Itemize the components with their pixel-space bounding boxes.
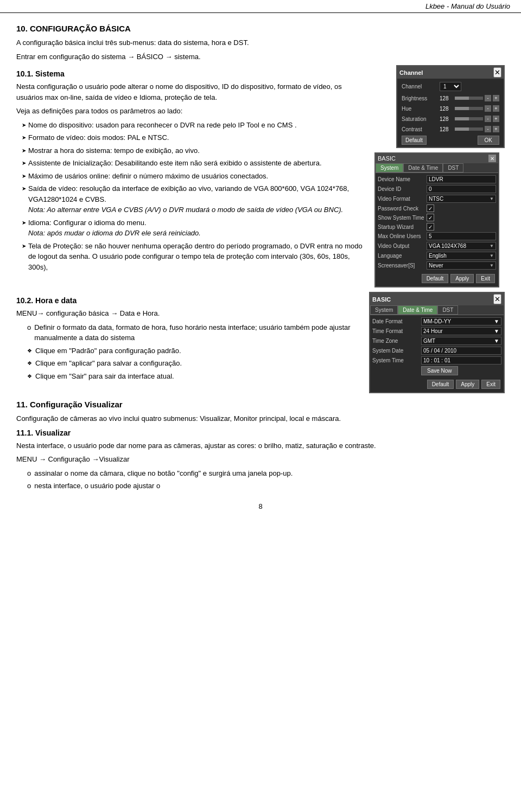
password-check-checkbox[interactable]: ✓: [427, 204, 434, 212]
contrast-plus[interactable]: +: [493, 126, 499, 132]
video-format-row: Video Format NTSC▼: [378, 195, 496, 203]
password-check-row: Password Check ✓: [378, 204, 496, 212]
section-10-2-diamonds: Clique em "Padrão" para configuração pad…: [27, 346, 364, 382]
tab-datetime-dt[interactable]: Date & Time: [398, 305, 437, 315]
hue-slider-container: 128 - +: [440, 105, 499, 112]
brightness-slider[interactable]: [455, 97, 483, 100]
system-date-value[interactable]: 05 / 04 / 2010: [421, 347, 501, 355]
device-id-value[interactable]: 0: [427, 185, 496, 193]
brightness-label: Brightness: [402, 95, 440, 101]
page-header: Lkbee - Manual do Usuário: [0, 0, 521, 13]
basic-datetime-exit-button[interactable]: Exit: [481, 380, 500, 389]
device-name-label: Device Name: [378, 176, 427, 182]
section-10-2-desc1: MENU→ configuração básica → Data e Hora.: [16, 308, 364, 319]
tab-dst[interactable]: DST: [443, 163, 463, 172]
section-10-1-desc1: Nesta configuração o usuário pode altera…: [16, 81, 369, 103]
basic-datetime-default-button[interactable]: Default: [427, 380, 454, 389]
saturation-slider[interactable]: [455, 117, 483, 120]
show-system-time-checkbox[interactable]: ✓: [427, 214, 434, 221]
basic-datetime-title-label: BASIC: [372, 296, 391, 303]
hue-value: 128: [440, 106, 453, 112]
tab-datetime[interactable]: Date & Time: [403, 163, 443, 172]
language-label: Language: [378, 253, 427, 259]
save-now-button[interactable]: Save Now: [421, 366, 458, 375]
contrast-row: Contrast 128 - +: [399, 125, 501, 133]
basic-system-close-button[interactable]: ✕: [488, 155, 496, 162]
list-item: Definir o formato da data, formato de ho…: [27, 322, 364, 343]
basic-system-title-label: BASIC: [378, 155, 396, 162]
tab-system[interactable]: System: [376, 163, 403, 172]
saturation-plus[interactable]: +: [493, 116, 499, 122]
device-name-value[interactable]: LDVR: [427, 175, 496, 183]
system-time-value[interactable]: 10 : 01 : 01: [421, 356, 501, 365]
channel-close-button[interactable]: ✕: [493, 67, 501, 78]
tab-system-dt[interactable]: System: [370, 305, 398, 315]
saturation-minus[interactable]: -: [485, 116, 491, 122]
section-11-1-title: 11.1. Visualizar: [16, 429, 505, 437]
language-row: Language English▼: [378, 252, 496, 260]
startup-wizard-label: Startup Wizard: [378, 224, 427, 230]
show-system-time-label: Show System Time: [378, 215, 427, 221]
date-format-value[interactable]: MM-DD-YY▼: [421, 317, 501, 325]
brightness-plus[interactable]: +: [493, 95, 499, 101]
device-id-row: Device ID 0: [378, 185, 496, 193]
brightness-row: Brightness 128 - +: [399, 94, 501, 103]
device-name-row: Device Name LDVR: [378, 175, 496, 183]
section-10-1-desc2: Veja as definições para todos os parâmet…: [16, 106, 369, 117]
time-format-label: Time Format: [372, 328, 421, 334]
channel-ok-button[interactable]: OK: [478, 136, 499, 145]
list-item: nesta interface, o usuário pode ajustar …: [27, 481, 505, 491]
section-11-1-list: assinalar o nome da câmara, clique no bo…: [27, 468, 505, 491]
saturation-row: Saturation 128 - +: [399, 114, 501, 123]
date-format-row: Date Format MM-DD-YY▼: [372, 317, 501, 325]
channel-default-button[interactable]: Default: [402, 136, 427, 145]
video-output-row: Video Output VGA 1024X768▼: [378, 242, 496, 250]
saturation-value: 128: [440, 116, 453, 122]
startup-wizard-row: Startup Wizard ✓: [378, 223, 496, 231]
basic-datetime-apply-button[interactable]: Apply: [456, 380, 479, 389]
list-item: Clique em "Padrão" para configuração pad…: [27, 346, 364, 356]
hue-label: Hue: [402, 106, 440, 112]
basic-system-default-button[interactable]: Default: [422, 274, 449, 283]
basic-datetime-close-button[interactable]: ✕: [493, 294, 501, 304]
tab-dst-dt[interactable]: DST: [437, 305, 458, 315]
hue-slider[interactable]: [455, 107, 483, 110]
list-item: Tela de Proteção: se não houver nenhuma …: [22, 241, 369, 273]
hue-plus[interactable]: +: [493, 105, 499, 112]
screensaver-row: Screensaver[S] Never▼: [378, 261, 496, 270]
channel-select[interactable]: 1: [440, 82, 461, 91]
contrast-label: Contrast: [402, 126, 440, 132]
time-format-value[interactable]: 24 Hour▼: [421, 327, 501, 335]
system-time-label: System Time: [372, 357, 421, 363]
video-output-value[interactable]: VGA 1024X768▼: [427, 242, 496, 250]
section-10-1-list: Nome do dispositivo: usadon para reconhe…: [22, 120, 369, 273]
list-item: Assistente de Inicialização: Desabilitan…: [22, 158, 369, 169]
max-users-label: Max Online Users: [378, 233, 427, 239]
basic-system-apply-button[interactable]: Apply: [450, 274, 474, 283]
section-11-1-desc2: MENU → Configuração →Visualizar: [16, 454, 505, 465]
video-format-value[interactable]: NTSC▼: [427, 195, 496, 203]
list-item: Formato de vídeo: dois modos: PAL e NTSC…: [22, 132, 369, 143]
language-value[interactable]: English▼: [427, 252, 496, 260]
brightness-value: 128: [440, 95, 453, 101]
section-10-2-title: 10.2. Hora e data: [16, 296, 364, 305]
contrast-minus[interactable]: -: [485, 126, 491, 132]
max-users-value[interactable]: 5: [427, 232, 496, 240]
contrast-slider-container: 128 - +: [440, 126, 499, 132]
hue-row: Hue 128 - +: [399, 104, 501, 113]
brightness-minus[interactable]: -: [485, 95, 491, 101]
startup-wizard-checkbox[interactable]: ✓: [427, 223, 434, 231]
password-check-label: Password Check: [378, 206, 427, 212]
list-item: Clique em "Sair" para sair da interface …: [27, 371, 364, 382]
time-zone-value[interactable]: GMT▼: [421, 337, 501, 345]
system-time-row: System Time 10 : 01 : 01: [372, 356, 501, 365]
hue-minus[interactable]: -: [485, 105, 491, 112]
basic-system-exit-button[interactable]: Exit: [476, 274, 495, 283]
screensaver-value[interactable]: Never▼: [427, 261, 496, 270]
contrast-value: 128: [440, 126, 453, 132]
channel-label: Channel: [402, 84, 440, 89]
system-date-label: System Date: [372, 348, 421, 354]
basic-system-panel: BASIC ✕ System Date & Time DST Device Na…: [374, 152, 499, 287]
page-number: 8: [16, 502, 505, 510]
contrast-slider[interactable]: [455, 127, 483, 131]
